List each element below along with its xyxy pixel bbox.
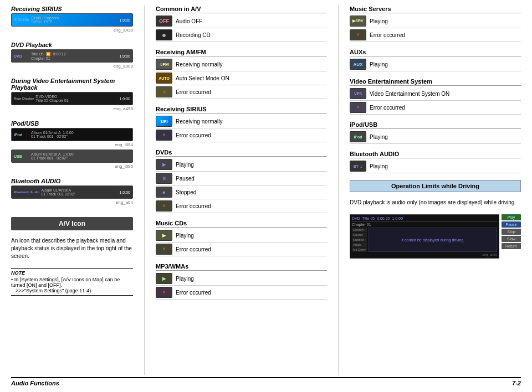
video-ent-title: During Video Entertainment System Playba…	[11, 78, 133, 91]
divider-2	[338, 6, 339, 375]
left-column: Receiving SIRIUS SIRIUS▶ CH08 / PopcornS…	[11, 6, 133, 375]
music-servers-title: Music Servers	[350, 6, 521, 13]
bluetooth-audio-title: Bluetooth AUDIO	[11, 178, 133, 184]
music-cd-error-row: ✕ Error occurred	[156, 243, 327, 256]
dvd-screenshot-container: DVD Title 05 0:00:20 1:0:00 Chapter 01 S…	[350, 214, 521, 259]
music-cds-title: Music CDs	[156, 220, 327, 228]
dvd-device-image: DVD Title 05 ⏩ 0:00:12Chapter 01 1:0:00	[11, 49, 133, 63]
music-cd-playing-row: ▶ Playing	[156, 229, 327, 243]
ves-on-row: VES Video Entertainment System ON	[350, 87, 521, 101]
note-reference: >>>"System Settings" (page 11-4)	[11, 288, 133, 293]
bt-brand: Bluetooth Audio	[14, 190, 39, 194]
sirius-normal-row: SIRI Receiving normally	[156, 115, 327, 128]
operation-limits-description: DVD playback is audio only (no images ar…	[350, 199, 521, 207]
sirius-error-row: ✕ Error occurred	[156, 128, 327, 142]
dvd-menu-subtitle: Subtitle	[352, 238, 367, 242]
receiving-sirius-section: Receiving SIRIUS SIRIUS▶ CH08 / PopcornS…	[11, 6, 133, 35]
amfm-error-icon: ✕	[156, 86, 172, 97]
ipod-usb-right-title: iPod/USB	[350, 121, 521, 129]
music-cds-section: Music CDs ▶ Playing ✕ Error occurred	[156, 220, 327, 256]
ipod-usb-title: iPod/USB	[11, 120, 133, 127]
mp3-playing-label: Playing	[176, 276, 194, 282]
aux-playing-row: AUX Playing	[350, 58, 521, 71]
music-cd-error-label: Error occurred	[176, 246, 211, 252]
dvd-header-text: DVD Title 05 0:00:20 1:0:00	[352, 216, 403, 220]
dvd-btn-stop[interactable]: Stop	[502, 229, 521, 235]
dvd-btn-slow[interactable]: Slow	[502, 236, 521, 242]
sirius-info: CH08 / PopcornSIR61 PCP	[31, 16, 117, 24]
dvd-playing-row: ▶ Playing	[156, 158, 327, 172]
ipod-info: Album 01/Artist A 1:0:0001 Track 001 02'…	[31, 131, 129, 138]
bluetooth-device-image: Bluetooth Audio Album 01/Artist A01 Trac…	[11, 185, 133, 199]
video-ent-info: DVD-VIDEOTitle 05 Chapter 01	[35, 95, 117, 102]
receiving-sirius-mid-section: Receiving SIRIUS SIRI Receiving normally…	[156, 106, 327, 142]
note-bullet: • In [System Settings], [A/V Icons on Ma…	[11, 277, 133, 288]
video-ent-section: During Video Entertainment System Playba…	[11, 78, 133, 114]
dvd-screenshot-caption: eng_a009	[352, 253, 497, 256]
dvd-playing-label: Playing	[176, 162, 194, 168]
dvd-caption: eng_a009	[11, 64, 133, 69]
video-ent-time: 1:0:00	[120, 97, 130, 101]
dvd-btn-play[interactable]: Play	[502, 214, 521, 220]
dvds-section: DVDs ▶ Playing ⏸ Paused ■ Stopped ✕ Erro…	[156, 149, 327, 213]
music-server-playing-label: Playing	[370, 18, 388, 24]
auxs-title: AUXs	[350, 49, 521, 56]
bt-info: Album 01/Artist A01 Track 001 02'02"	[41, 188, 117, 196]
music-server-error-label: Error occurred	[370, 32, 405, 38]
ipod-caption: eng_i694	[11, 142, 133, 147]
music-servers-section: Music Servers ▶SRV Playing ✕ Error occur…	[350, 6, 521, 42]
receiving-amfm-section: Receiving AM/FM ♫FM Receiving normally A…	[156, 49, 327, 99]
bt-right-playing-row: BT ♫ Playing	[350, 159, 521, 173]
receiving-sirius-title: Receiving SIRIUS	[11, 6, 133, 12]
middle-column: Common in A/V OFF Audio OFF ● Recording …	[156, 6, 327, 375]
dvd-menu-items: Search Sound Subtitle Angle No Entry	[352, 228, 367, 252]
amfm-error-row: ✕ Error occurred	[156, 85, 327, 99]
music-cd-playing-icon: ▶	[156, 230, 172, 241]
dvd-menu-area: Search Sound Subtitle Angle No Entry It …	[352, 228, 497, 252]
recording-cd-row: ● Recording CD	[156, 28, 327, 42]
dvd-stopped-row: ■ Stopped	[156, 185, 327, 199]
dvd-btn-return[interactable]: Return	[502, 243, 521, 249]
ves-error-label: Error occurred	[370, 105, 405, 111]
mp3-wmas-section: MP3/WMAs ▶ Playing ✕ Error occurred	[156, 263, 327, 300]
music-cd-error-icon: ✕	[156, 244, 172, 255]
common-av-section: Common in A/V OFF Audio OFF ● Recording …	[156, 6, 327, 42]
music-server-playing-row: ▶SRV Playing	[350, 14, 521, 28]
operation-limits-box: Operation Limits while Driving	[350, 180, 521, 192]
dvd-info: Title 05 ⏩ 0:00:12Chapter 01	[31, 52, 118, 60]
bt-right-playing-icon: BT ♫	[350, 161, 366, 172]
video-ent-brand: Rear Display	[14, 97, 34, 100]
video-ent-sys-section: Video Entertainment System VES Video Ent…	[350, 78, 521, 115]
dvd-playback-title: DVD Playback	[11, 42, 133, 48]
dvd-chapter: Chapter 01	[352, 223, 497, 226]
dvd-header-bar: DVD Title 05 0:00:20 1:0:00	[352, 216, 497, 221]
sirius-device-image: SIRIUS▶ CH08 / PopcornSIR61 PCP 1:0:00	[11, 13, 133, 27]
mp3-error-row: ✕ Error occurred	[156, 286, 327, 300]
dvd-playback-section: DVD Playback DVD Title 05 ⏩ 0:00:12Chapt…	[11, 42, 133, 71]
sirius-caption: eng_a430	[11, 28, 133, 33]
dvd-error-label: Error occurred	[176, 203, 211, 209]
ipod-right-playing-label: Playing	[370, 134, 388, 140]
dvd-menu-sound: Sound	[352, 233, 367, 237]
bluetooth-audio-section: Bluetooth AUDIO Bluetooth Audio Album 01…	[11, 178, 133, 207]
ipod-usb-right-section: iPod/USB iPod Playing	[350, 121, 521, 144]
dvd-btn-pause[interactable]: Pause	[502, 221, 521, 228]
usb-caption: eng_i695	[11, 164, 133, 169]
dvd-brand: DVD	[14, 54, 29, 58]
music-server-error-icon: ✕	[350, 29, 366, 40]
dvd-menu-search: Search	[352, 228, 367, 232]
dvd-time: 1:0:00	[120, 54, 130, 58]
amfm-normal-icon: ♫FM	[156, 59, 172, 70]
bt-audio-right-section: Bluetooth AUDIO BT ♫ Playing	[350, 151, 521, 173]
mp3-error-label: Error occurred	[176, 290, 211, 296]
dvd-error-row: ✕ Error occurred	[156, 199, 327, 213]
usb-brand: USB	[14, 154, 29, 158]
video-ent-sys-title: Video Entertainment System	[350, 78, 521, 86]
bt-audio-right-title: Bluetooth AUDIO	[350, 151, 521, 158]
aux-playing-label: Playing	[370, 61, 388, 68]
divider-1	[144, 6, 145, 375]
sirius-time: 1:0:00	[120, 18, 130, 22]
recording-cd-icon: ●	[156, 29, 172, 40]
footer-page: 7-2	[512, 380, 521, 386]
ipod-right-playing-row: iPod Playing	[350, 130, 521, 144]
